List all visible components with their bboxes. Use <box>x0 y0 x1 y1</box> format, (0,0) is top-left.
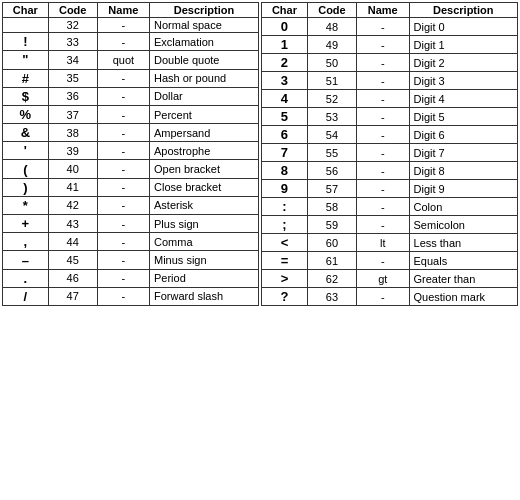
char-cell: – <box>3 251 49 269</box>
table-row: : 58 - Colon <box>262 198 518 216</box>
char-cell: 2 <box>262 54 308 72</box>
name-cell: - <box>97 215 149 233</box>
table-row: 1 49 - Digit 1 <box>262 36 518 54</box>
name-cell: - <box>97 233 149 251</box>
char-cell: : <box>262 198 308 216</box>
code-cell: 54 <box>307 126 356 144</box>
description-cell: Normal space <box>150 18 259 33</box>
left-header-char: Char <box>3 3 49 18</box>
code-cell: 35 <box>48 69 97 87</box>
code-cell: 38 <box>48 124 97 142</box>
table-row: < 60 lt Less than <box>262 234 518 252</box>
table-row: 6 54 - Digit 6 <box>262 126 518 144</box>
code-cell: 42 <box>48 196 97 214</box>
name-cell: - <box>97 124 149 142</box>
table-row: ' 39 - Apostrophe <box>3 142 259 160</box>
table-row: ! 33 - Exclamation <box>3 33 259 51</box>
left-char-table: Char Code Name Description 32 - Normal s… <box>2 2 259 306</box>
code-cell: 61 <box>307 252 356 270</box>
code-cell: 44 <box>48 233 97 251</box>
code-cell: 49 <box>307 36 356 54</box>
char-cell: & <box>3 124 49 142</box>
char-cell: ? <box>262 288 308 306</box>
right-char-table: Char Code Name Description 0 48 - Digit … <box>261 2 518 306</box>
description-cell: Digit 2 <box>409 54 517 72</box>
table-row: ; 59 - Semicolon <box>262 216 518 234</box>
name-cell: - <box>357 162 409 180</box>
description-cell: Ampersand <box>150 124 259 142</box>
name-cell: - <box>357 90 409 108</box>
description-cell: Digit 0 <box>409 18 517 36</box>
code-cell: 36 <box>48 87 97 105</box>
left-header-code: Code <box>48 3 97 18</box>
table-row: = 61 - Equals <box>262 252 518 270</box>
right-header-name: Name <box>357 3 409 18</box>
right-header-code: Code <box>307 3 356 18</box>
name-cell: - <box>97 33 149 51</box>
table-row: 5 53 - Digit 5 <box>262 108 518 126</box>
table-row: 0 48 - Digit 0 <box>262 18 518 36</box>
name-cell: - <box>357 198 409 216</box>
description-cell: Hash or pound <box>150 69 259 87</box>
char-cell: % <box>3 105 49 123</box>
char-cell <box>3 18 49 33</box>
table-row: 4 52 - Digit 4 <box>262 90 518 108</box>
description-cell: Open bracket <box>150 160 259 178</box>
name-cell: - <box>97 287 149 305</box>
name-cell: - <box>357 126 409 144</box>
char-cell: 5 <box>262 108 308 126</box>
code-cell: 39 <box>48 142 97 160</box>
description-cell: Question mark <box>409 288 517 306</box>
name-cell: - <box>357 72 409 90</box>
description-cell: Exclamation <box>150 33 259 51</box>
description-cell: Equals <box>409 252 517 270</box>
name-cell: - <box>97 196 149 214</box>
description-cell: Colon <box>409 198 517 216</box>
description-cell: Digit 3 <box>409 72 517 90</box>
table-row: 32 - Normal space <box>3 18 259 33</box>
description-cell: Apostrophe <box>150 142 259 160</box>
table-row: , 44 - Comma <box>3 233 259 251</box>
char-cell: ) <box>3 178 49 196</box>
code-cell: 55 <box>307 144 356 162</box>
table-row: 9 57 - Digit 9 <box>262 180 518 198</box>
char-cell: 0 <box>262 18 308 36</box>
name-cell: - <box>97 160 149 178</box>
description-cell: Double quote <box>150 51 259 69</box>
char-cell: ' <box>3 142 49 160</box>
description-cell: Period <box>150 269 259 287</box>
left-header-description: Description <box>150 3 259 18</box>
description-cell: Greater than <box>409 270 517 288</box>
char-cell: > <box>262 270 308 288</box>
name-cell: quot <box>97 51 149 69</box>
char-cell: 4 <box>262 90 308 108</box>
code-cell: 58 <box>307 198 356 216</box>
code-cell: 57 <box>307 180 356 198</box>
code-cell: 52 <box>307 90 356 108</box>
char-cell: + <box>3 215 49 233</box>
table-row: " 34 quot Double quote <box>3 51 259 69</box>
code-cell: 45 <box>48 251 97 269</box>
char-cell: * <box>3 196 49 214</box>
table-row: 2 50 - Digit 2 <box>262 54 518 72</box>
name-cell: - <box>357 252 409 270</box>
char-cell: , <box>3 233 49 251</box>
code-cell: 60 <box>307 234 356 252</box>
name-cell: - <box>97 251 149 269</box>
name-cell: - <box>357 108 409 126</box>
table-row: ? 63 - Question mark <box>262 288 518 306</box>
table-row: > 62 gt Greater than <box>262 270 518 288</box>
char-cell: ; <box>262 216 308 234</box>
table-row: ) 41 - Close bracket <box>3 178 259 196</box>
name-cell: - <box>357 180 409 198</box>
table-row: # 35 - Hash or pound <box>3 69 259 87</box>
table-row: $ 36 - Dollar <box>3 87 259 105</box>
name-cell: - <box>97 69 149 87</box>
table-row: / 47 - Forward slash <box>3 287 259 305</box>
code-cell: 34 <box>48 51 97 69</box>
code-cell: 48 <box>307 18 356 36</box>
tables-container: Char Code Name Description 32 - Normal s… <box>0 0 520 308</box>
description-cell: Close bracket <box>150 178 259 196</box>
name-cell: lt <box>357 234 409 252</box>
description-cell: Semicolon <box>409 216 517 234</box>
